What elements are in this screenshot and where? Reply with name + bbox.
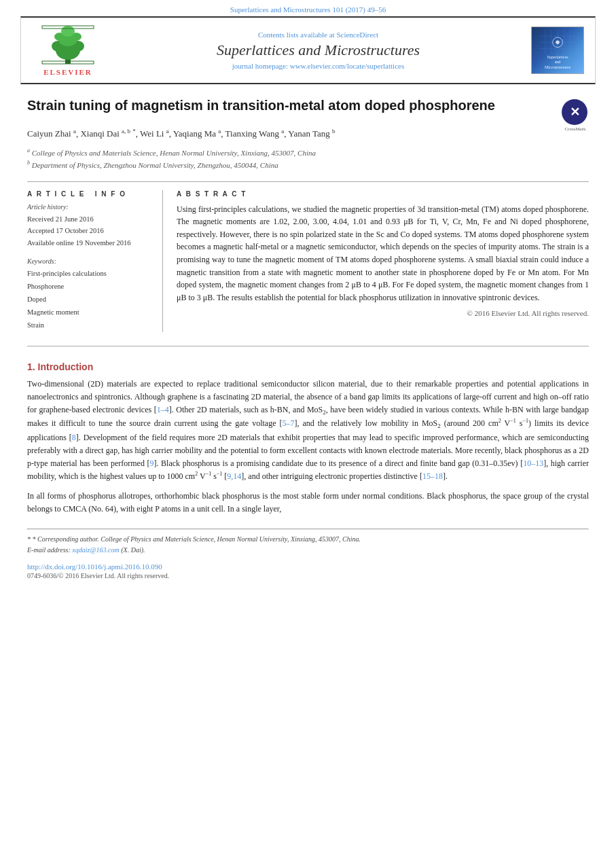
footnote: * * Corresponding author. College of Phy… <box>27 534 589 556</box>
header-divider <box>27 181 589 182</box>
doi-line: http://dx.doi.org/10.1016/j.apmi.2016.10… <box>27 562 589 571</box>
main-content: Strain tuning of magnetism in transition… <box>0 84 616 593</box>
authors-line: Caiyun Zhai a, Xianqi Dai a, b *, Wei Li… <box>27 126 589 141</box>
article-dates: Received 21 June 2016 Accepted 17 Octobe… <box>27 213 153 250</box>
footnote-corresponding-text: * Corresponding author. College of Physi… <box>33 535 361 543</box>
article-info-heading: A R T I C L E I N F O <box>27 190 153 198</box>
keyword-2: Phosphorene <box>27 281 153 293</box>
sciencedirect-line: Contents lists available at ScienceDirec… <box>115 31 522 39</box>
journal-title-text: Superlattices and Microstructures <box>115 41 522 59</box>
keywords-section: Keywords: First-principles calculations … <box>27 257 153 332</box>
online-date: Available online 19 November 2016 <box>27 237 153 249</box>
crossmark-label: CrossMark <box>562 126 589 132</box>
ref-8-link[interactable]: 8 <box>72 433 76 442</box>
keyword-1: First-principles calculations <box>27 268 153 281</box>
license-line: 0749-6036/© 2016 Elsevier Ltd. All right… <box>27 572 589 579</box>
homepage-url[interactable]: www.elsevier.com/locate/superlattices <box>290 62 405 70</box>
top-bar: Superlattices and Microstructures 101 (2… <box>0 0 616 16</box>
ref-9-14-link[interactable]: 9,14 <box>227 471 241 481</box>
journal-citation-link[interactable]: Superlattices and Microstructures 101 (2… <box>230 5 386 14</box>
svg-point-7 <box>61 26 75 37</box>
article-history-label: Article history: <box>27 203 153 211</box>
sciencedirect-name[interactable]: ScienceDirect <box>336 31 378 39</box>
journal-homepage: journal homepage: www.elsevier.com/locat… <box>115 62 522 70</box>
journal-cover-image <box>537 30 578 55</box>
crossmark-badge[interactable]: ✕ CrossMark <box>562 99 589 126</box>
page-wrapper: Superlattices and Microstructures 101 (2… <box>0 0 616 841</box>
keyword-3: Doped <box>27 293 153 306</box>
journal-header: ELSEVIER Contents lists available at Sci… <box>20 16 596 84</box>
introduction-section: 1. Introduction Two-dimensional (2D) mat… <box>27 361 589 516</box>
abstract-text: Using first-principles calculations, we … <box>177 203 589 304</box>
abstract-heading: A B S T R A C T <box>177 190 589 198</box>
affiliations: a College of Physics and Materials Scien… <box>27 147 589 172</box>
doi-link[interactable]: http://dx.doi.org/10.1016/j.apmi.2016.10… <box>27 562 162 571</box>
affiliation-a: a College of Physics and Materials Scien… <box>27 147 589 159</box>
footnote-email-label: E-mail address: <box>27 546 71 554</box>
intro-paragraph-2: In all forms of phosphorus allotropes, o… <box>27 490 589 516</box>
title-row: Strain tuning of magnetism in transition… <box>27 96 589 126</box>
received-date: Received 21 June 2016 <box>27 213 153 226</box>
ref-5-7-link[interactable]: 5–7 <box>283 418 295 428</box>
elsevier-tree-icon <box>41 24 95 65</box>
svg-point-20 <box>556 41 559 44</box>
journal-center: Contents lists available at ScienceDirec… <box>115 31 522 70</box>
journal-logo-right: SuperlatticesandMicrostructures <box>531 26 585 74</box>
abstract-column: A B S T R A C T Using first-principles c… <box>177 190 589 332</box>
homepage-label: journal homepage: <box>232 62 288 70</box>
ref-9-link[interactable]: 9 <box>150 459 154 468</box>
footnote-email-link[interactable]: xqdaiz@163.com <box>72 546 119 554</box>
affiliation-b: b Department of Physics, Zhengzhou Norma… <box>27 159 589 171</box>
elsevier-brand-text: ELSEVIER <box>43 68 92 76</box>
footnote-star-symbol: * <box>27 535 33 543</box>
keyword-5: Strain <box>27 319 153 332</box>
article-title: Strain tuning of magnetism in transition… <box>27 96 555 115</box>
crossmark-icon: ✕ <box>570 105 580 120</box>
footnote-email-note: (X. Dai). <box>121 546 145 554</box>
ref-15-18-link[interactable]: 15–18 <box>422 471 443 481</box>
keyword-4: Magnetic moment <box>27 306 153 319</box>
accepted-date: Accepted 17 October 2016 <box>27 225 153 237</box>
ref-10-13-link[interactable]: 10–13 <box>523 459 543 468</box>
keywords-label: Keywords: <box>27 257 153 265</box>
footnote-divider <box>27 529 589 530</box>
article-info-column: A R T I C L E I N F O Article history: R… <box>27 190 163 332</box>
copyright-line: © 2016 Elsevier Ltd. All rights reserved… <box>177 309 589 317</box>
ref-1-4-link[interactable]: 1–4 <box>157 405 169 414</box>
journal-logo-label: SuperlatticesandMicrostructures <box>545 55 570 71</box>
elsevier-logo: ELSEVIER <box>31 24 105 76</box>
introduction-heading: 1. Introduction <box>27 361 589 372</box>
keywords-list: First-principles calculations Phosphoren… <box>27 268 153 332</box>
intro-paragraph-1: Two-dimensional (2D) materials are expec… <box>27 378 589 483</box>
contents-label: Contents lists available at <box>258 31 335 39</box>
article-body-columns: A R T I C L E I N F O Article history: R… <box>27 190 589 332</box>
journal-logo-box: SuperlatticesandMicrostructures <box>531 26 584 74</box>
body-divider <box>27 346 589 346</box>
